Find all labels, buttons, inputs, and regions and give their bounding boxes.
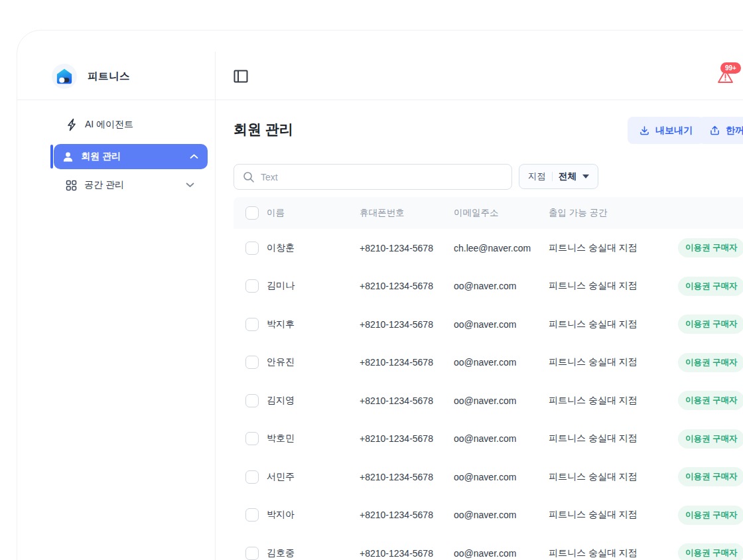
member-name: 김지영: [267, 395, 360, 407]
bulk-register-button-label: 한꺼번: [726, 125, 743, 137]
download-icon: [639, 125, 650, 136]
chevron-down-icon: [186, 182, 194, 188]
member-email: oo@naver.com: [454, 395, 549, 406]
table-row[interactable]: 박호민 +8210-1234-5678 oo@naver.com 피트니스 숭실…: [234, 420, 743, 458]
app-logo-icon: [52, 64, 77, 89]
notification-count-badge: 99+: [720, 62, 741, 74]
filter-label: 지점: [528, 171, 546, 182]
upload-icon: [709, 125, 720, 136]
member-name: 이창훈: [267, 242, 360, 254]
row-checkbox[interactable]: [245, 432, 259, 445]
member-name: 서민주: [267, 471, 360, 483]
member-phone: +8210-1234-5678: [360, 395, 454, 406]
row-checkbox[interactable]: [245, 318, 259, 331]
member-phone: +8210-1234-5678: [360, 548, 454, 559]
row-checkbox[interactable]: [245, 356, 259, 369]
member-email: oo@naver.com: [454, 548, 549, 559]
table-row[interactable]: 서민주 +8210-1234-5678 oo@naver.com 피트니스 숭실…: [234, 458, 743, 496]
column-header-phone: 휴대폰번호: [360, 207, 454, 219]
panel-left-icon[interactable]: [234, 70, 249, 84]
row-checkbox[interactable]: [245, 508, 259, 522]
table-row[interactable]: 김호중 +8210-1234-5678 oo@naver.com 피트니스 숭실…: [234, 534, 743, 560]
member-space: 피트니스 숭실대 지점: [549, 356, 678, 368]
table-row[interactable]: 안유진 +8210-1234-5678 oo@naver.com 피트니스 숭실…: [234, 344, 743, 382]
select-all-checkbox[interactable]: [245, 206, 259, 220]
table-row[interactable]: 박지후 +8210-1234-5678 oo@naver.com 피트니스 숭실…: [234, 305, 743, 344]
export-button-label: 내보내기: [655, 125, 693, 137]
brand-name: 피트니스: [88, 70, 130, 84]
filter-value: 전체: [559, 171, 576, 182]
row-checkbox[interactable]: [245, 279, 259, 293]
member-space: 피트니스 숭실대 지점: [549, 242, 678, 254]
brand: 피트니스: [52, 64, 130, 89]
member-email: ch.lee@naver.com: [454, 243, 549, 253]
member-email: oo@naver.com: [454, 472, 549, 482]
member-space: 피트니스 숭실대 지점: [549, 433, 678, 445]
column-header-email: 이메일주소: [454, 207, 549, 219]
member-space: 피트니스 숭실대 지점: [549, 318, 678, 330]
member-name: 박호민: [267, 433, 360, 445]
member-email: oo@naver.com: [454, 357, 549, 368]
chevron-up-icon: [190, 154, 198, 159]
table-body: 이창훈 +8210-1234-5678 ch.lee@naver.com 피트니…: [234, 229, 743, 560]
row-checkbox[interactable]: [245, 394, 259, 407]
sidebar-item-label: 회원 관리: [81, 151, 121, 163]
column-header-space: 출입 가능 공간: [549, 207, 678, 219]
active-indicator: [50, 145, 53, 169]
table-row[interactable]: 박지아 +8210-1234-5678 oo@naver.com 피트니스 숭실…: [234, 496, 743, 535]
notification-alert[interactable]: 99+: [715, 62, 743, 89]
person-icon: [62, 151, 74, 163]
pass-purchaser-badge: 이용권 구매자: [678, 391, 743, 410]
member-email: oo@naver.com: [454, 433, 549, 444]
member-phone: +8210-1234-5678: [360, 281, 454, 291]
sidebar-item-spaces[interactable]: 공간 관리: [66, 179, 194, 191]
table-header: 이름 휴대폰번호 이메일주소 출입 가능 공간: [234, 197, 743, 229]
row-checkbox[interactable]: [245, 242, 259, 255]
column-header-name: 이름: [267, 207, 360, 219]
member-email: oo@naver.com: [454, 510, 549, 520]
member-phone: +8210-1234-5678: [360, 357, 454, 368]
pass-purchaser-badge: 이용권 구매자: [678, 315, 743, 334]
bulk-register-button[interactable]: 한꺼번: [699, 117, 743, 144]
member-space: 피트니스 숭실대 지점: [549, 395, 678, 407]
pass-purchaser-badge: 이용권 구매자: [678, 429, 743, 449]
member-space: 피트니스 숭실대 지점: [549, 547, 678, 559]
grid-icon: [66, 180, 77, 191]
member-name: 안유진: [267, 356, 360, 368]
branch-filter-dropdown[interactable]: 지점 전체: [519, 164, 598, 189]
member-space: 피트니스 숭실대 지점: [549, 509, 678, 521]
row-checkbox[interactable]: [245, 470, 259, 484]
member-name: 박지아: [267, 509, 360, 521]
member-name: 김호중: [267, 547, 360, 559]
member-phone: +8210-1234-5678: [360, 472, 454, 482]
row-checkbox[interactable]: [245, 547, 259, 560]
sidebar-item-label: AI 에이전트: [85, 119, 133, 131]
search-input[interactable]: [261, 172, 503, 182]
pass-purchaser-badge: 이용권 구매자: [678, 353, 743, 372]
table-row[interactable]: 김미나 +8210-1234-5678 oo@naver.com 피트니스 숭실…: [234, 267, 743, 306]
export-button[interactable]: 내보내기: [628, 117, 704, 144]
search-icon: [243, 171, 255, 183]
member-space: 피트니스 숭실대 지점: [549, 471, 678, 483]
member-phone: +8210-1234-5678: [360, 510, 454, 520]
pass-purchaser-badge: 이용권 구매자: [678, 467, 743, 486]
member-space: 피트니스 숭실대 지점: [549, 280, 678, 292]
sidebar-item-members[interactable]: 회원 관리: [54, 144, 208, 169]
page-title: 회원 관리: [234, 120, 293, 139]
pass-purchaser-badge: 이용권 구매자: [678, 238, 743, 257]
caret-down-icon: [582, 175, 589, 178]
sidebar-divider: [215, 52, 216, 560]
member-name: 김미나: [267, 280, 360, 292]
pass-purchaser-badge: 이용권 구매자: [678, 506, 743, 525]
header-divider: [17, 100, 743, 100]
member-phone: +8210-1234-5678: [360, 243, 454, 253]
search-box: [234, 164, 512, 190]
member-email: oo@naver.com: [454, 281, 549, 291]
member-phone: +8210-1234-5678: [360, 319, 454, 330]
sidebar-item-ai-agent[interactable]: AI 에이전트: [66, 118, 133, 131]
table-row[interactable]: 김지영 +8210-1234-5678 oo@naver.com 피트니스 숭실…: [234, 382, 743, 420]
sidebar-item-label: 공간 관리: [84, 179, 124, 191]
pass-purchaser-badge: 이용권 구매자: [678, 277, 743, 296]
member-email: oo@naver.com: [454, 319, 549, 330]
table-row[interactable]: 이창훈 +8210-1234-5678 ch.lee@naver.com 피트니…: [234, 229, 743, 267]
